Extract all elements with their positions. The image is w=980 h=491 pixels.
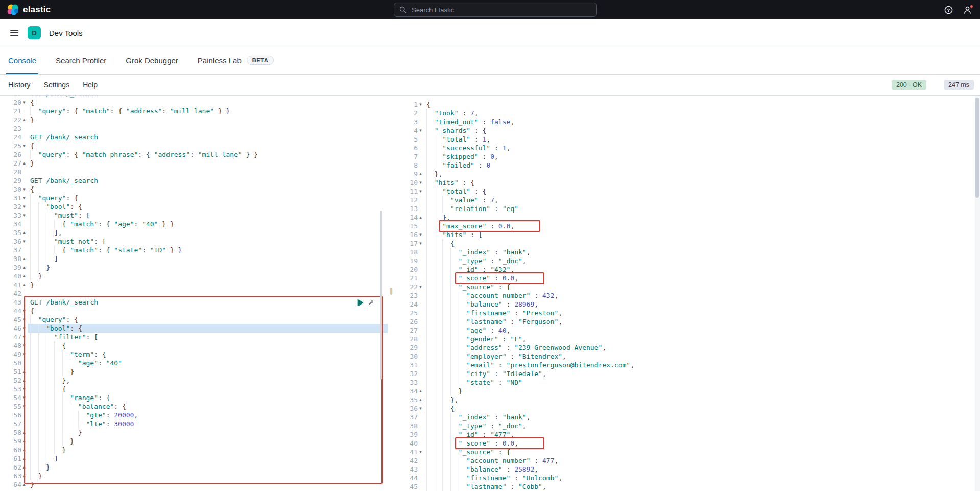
history-button[interactable]: History xyxy=(8,81,31,89)
fold-toggle-icon[interactable]: ▴ xyxy=(21,159,27,168)
fold-toggle-icon[interactable]: ▾ xyxy=(21,333,27,341)
code-line[interactable]: 59▴} xyxy=(0,437,388,446)
tab-painless-lab[interactable]: Painless Lab BETA xyxy=(196,46,276,74)
code-line[interactable]: 38▴] xyxy=(0,254,388,263)
code-line[interactable]: 41▴} xyxy=(0,280,388,289)
code-line[interactable]: 29GET /bank/_search xyxy=(0,176,388,185)
fold-toggle-icon[interactable]: ▴ xyxy=(21,480,27,489)
code-line[interactable]: 63▴} xyxy=(0,472,388,480)
fold-toggle-icon[interactable]: ▾ xyxy=(21,142,27,150)
fold-toggle-icon[interactable]: ▾ xyxy=(21,307,27,315)
code-line[interactable]: 51▴} xyxy=(0,367,388,376)
code-line[interactable]: 40▴} xyxy=(0,272,388,280)
code-line[interactable]: 30▾{ xyxy=(0,185,388,194)
code-line[interactable]: 37{ "match": { "state": "ID" } } xyxy=(0,246,388,254)
tab-search-profiler[interactable]: Search Profiler xyxy=(54,46,108,74)
pane-resizer[interactable]: ‖ xyxy=(388,96,396,491)
user-menu-icon[interactable] xyxy=(963,6,972,14)
request-options-button[interactable] xyxy=(368,299,374,306)
code-line[interactable]: 26"query": { "match_phrase": { "address"… xyxy=(0,150,388,159)
help-button[interactable]: Help xyxy=(83,81,98,89)
response-scrollbar[interactable] xyxy=(975,98,979,198)
code-line[interactable]: 42 xyxy=(0,289,388,298)
fold-toggle-icon[interactable]: ▾ xyxy=(418,126,423,135)
code-line[interactable]: 49▾"term": { xyxy=(0,350,388,359)
fold-toggle-icon[interactable]: ▾ xyxy=(418,187,423,196)
code-line[interactable]: 32▾"bool": { xyxy=(0,202,388,211)
code-line[interactable]: 28 xyxy=(0,168,388,176)
fold-toggle-icon[interactable]: ▾ xyxy=(418,239,423,248)
fold-toggle-icon[interactable]: ▴ xyxy=(21,272,27,280)
fold-toggle-icon[interactable]: ▴ xyxy=(21,454,27,463)
code-line[interactable]: 39▴} xyxy=(0,263,388,272)
elastic-logo[interactable]: elastic xyxy=(0,4,51,15)
fold-toggle-icon[interactable]: ▴ xyxy=(21,437,27,446)
code-line[interactable]: 54▾"range": { xyxy=(0,393,388,402)
settings-button[interactable]: Settings xyxy=(44,81,70,89)
fold-toggle-icon[interactable]: ▴ xyxy=(21,376,27,385)
menu-hamburger-icon[interactable] xyxy=(9,28,19,38)
code-line[interactable]: 64▴} xyxy=(0,480,388,489)
code-line[interactable]: 53▾{ xyxy=(0,385,388,393)
fold-toggle-icon[interactable]: ▾ xyxy=(21,211,27,220)
fold-toggle-icon[interactable]: ▾ xyxy=(21,385,27,393)
request-editor[interactable]: 19GET /bank/_search20▾{21"query": { "mat… xyxy=(0,96,388,491)
search-input[interactable] xyxy=(411,6,591,14)
fold-toggle-icon[interactable]: ▾ xyxy=(21,341,27,350)
code-line[interactable]: 27▴} xyxy=(0,159,388,168)
code-line[interactable]: 31▾"query": { xyxy=(0,194,388,202)
fold-toggle-icon[interactable]: ▴ xyxy=(21,472,27,480)
fold-toggle-icon[interactable]: ▴ xyxy=(21,367,27,376)
code-line[interactable]: 33▾"must": [ xyxy=(0,211,388,220)
code-line[interactable]: 36▾"must_not": [ xyxy=(0,237,388,246)
code-line[interactable]: 25▾{ xyxy=(0,142,388,150)
code-line[interactable]: 44▾{ xyxy=(0,307,388,315)
tab-console[interactable]: Console xyxy=(6,46,38,74)
code-line[interactable]: 50"age": "40" xyxy=(0,359,388,367)
code-line[interactable]: 34{ "match": { "age": "40" } } xyxy=(0,220,388,228)
fold-toggle-icon[interactable]: ▾ xyxy=(21,98,27,107)
fold-toggle-icon[interactable]: ▴ xyxy=(21,428,27,437)
fold-toggle-icon[interactable]: ▾ xyxy=(21,324,27,333)
fold-toggle-icon[interactable]: ▴ xyxy=(418,387,423,395)
code-line[interactable]: 62▴} xyxy=(0,463,388,472)
fold-toggle-icon[interactable]: ▾ xyxy=(21,350,27,359)
fold-toggle-icon[interactable]: ▴ xyxy=(21,446,27,454)
fold-toggle-icon[interactable]: ▾ xyxy=(418,448,423,456)
code-line[interactable]: 55▾"balance": { xyxy=(0,402,388,411)
code-line[interactable]: 24GET /bank/_search xyxy=(0,133,388,142)
request-editor-scrollbar[interactable] xyxy=(380,211,382,380)
fold-toggle-icon[interactable]: ▾ xyxy=(21,315,27,324)
global-search[interactable] xyxy=(394,3,597,17)
fold-toggle-icon[interactable]: ▴ xyxy=(418,170,423,178)
code-line[interactable]: 47▾"filter": [ xyxy=(0,333,388,341)
fold-toggle-icon[interactable]: ▾ xyxy=(21,393,27,402)
code-line[interactable]: 58▴} xyxy=(0,428,388,437)
fold-toggle-icon[interactable]: ▴ xyxy=(21,115,27,124)
fold-toggle-icon[interactable]: ▾ xyxy=(21,237,27,246)
fold-toggle-icon[interactable]: ▾ xyxy=(21,185,27,194)
code-line[interactable]: 61▴] xyxy=(0,454,388,463)
fold-toggle-icon[interactable]: ▾ xyxy=(418,230,423,239)
code-line[interactable]: 57"lte": 30000 xyxy=(0,419,388,428)
code-line[interactable]: 22▴} xyxy=(0,115,388,124)
fold-toggle-icon[interactable]: ▴ xyxy=(21,254,27,263)
code-line[interactable]: 21"query": { "match": { "address": "mill… xyxy=(0,107,388,115)
fold-toggle-icon[interactable]: ▾ xyxy=(21,202,27,211)
code-line[interactable]: 52▴}, xyxy=(0,376,388,385)
space-avatar[interactable]: D xyxy=(28,26,41,39)
fold-toggle-icon[interactable]: ▴ xyxy=(418,395,423,404)
code-line[interactable]: 56"gte": 20000, xyxy=(0,411,388,419)
code-line[interactable]: 43GET /bank/_search xyxy=(0,298,388,307)
fold-toggle-icon[interactable]: ▾ xyxy=(418,178,423,187)
code-line[interactable]: 48▾{ xyxy=(0,341,388,350)
fold-toggle-icon[interactable]: ▾ xyxy=(418,404,423,413)
fold-toggle-icon[interactable]: ▴ xyxy=(21,263,27,272)
code-line[interactable]: 35▴], xyxy=(0,228,388,237)
send-request-button[interactable] xyxy=(357,299,363,306)
fold-toggle-icon[interactable]: ▾ xyxy=(21,402,27,411)
fold-toggle-icon[interactable]: ▴ xyxy=(418,213,423,222)
code-line[interactable]: 23 xyxy=(0,124,388,133)
code-line[interactable]: 20▾{ xyxy=(0,98,388,107)
fold-toggle-icon[interactable]: ▴ xyxy=(21,463,27,472)
